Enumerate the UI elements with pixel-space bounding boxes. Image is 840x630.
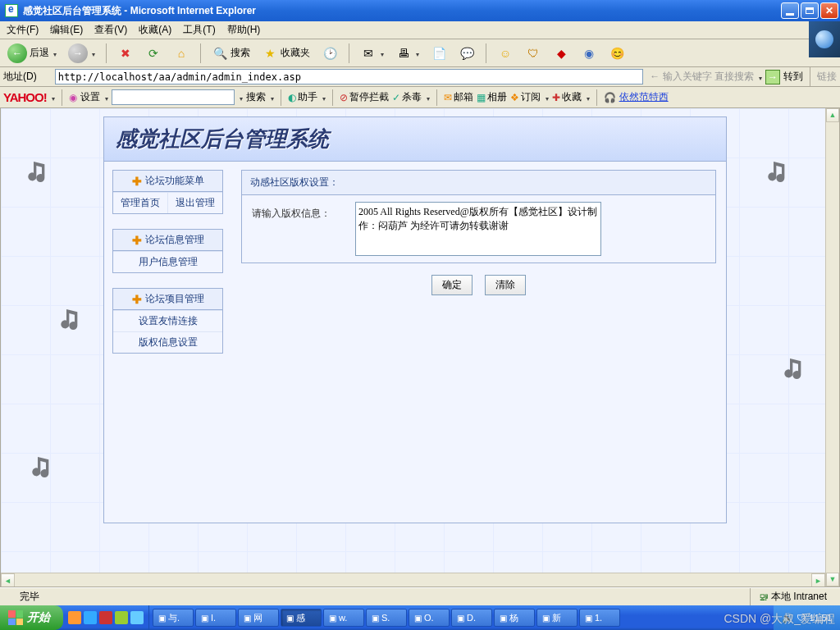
search-icon: 🔍 (212, 45, 228, 62)
yahoo-assistant[interactable]: ◐助手 (288, 90, 326, 104)
task-buttons: ▣与.▣I.▣网▣感▣w.▣S.▣O.▣D.▣杨▣新▣1. (149, 605, 774, 630)
task-button[interactable]: ▣O. (409, 609, 450, 627)
doc-icon: 📄 (431, 45, 447, 62)
links-label[interactable]: 链接 (817, 70, 837, 84)
start-button[interactable]: 开始 (0, 605, 63, 630)
yahoo-album[interactable]: ▦相册 (477, 90, 507, 104)
home-button[interactable]: ⌂ (169, 43, 194, 64)
close-button[interactable]: ✕ (820, 2, 838, 19)
ql-icon[interactable] (68, 611, 81, 624)
red-button[interactable]: ◆ (549, 43, 573, 64)
maximize-button[interactable] (801, 2, 819, 19)
mail-button[interactable]: ✉ (356, 43, 388, 64)
yahoo-rss[interactable]: ❖订阅 (510, 90, 549, 104)
ok-button[interactable]: 确定 (431, 275, 472, 295)
task-button[interactable]: ▣新 (536, 609, 578, 627)
ql-icon[interactable] (84, 611, 97, 624)
ie-throbber (809, 21, 840, 57)
yahoo-search-input[interactable] (112, 89, 235, 105)
face-icon: 😊 (609, 45, 625, 62)
task-button[interactable]: ▣D. (451, 609, 492, 627)
sidebar-item-users[interactable]: 用户信息管理 (113, 251, 222, 272)
yahoo-antivirus[interactable]: ✓杀毒 (392, 90, 430, 104)
button-row: 确定 清除 (241, 263, 716, 307)
task-button[interactable]: ▣w. (323, 609, 364, 627)
note-icon (757, 158, 790, 190)
scroll-left-icon[interactable]: ◄ (1, 573, 15, 587)
stop-button[interactable]: ✖ (113, 43, 138, 64)
forward-button[interactable]: → (64, 41, 99, 66)
search-label: 搜索 (231, 46, 250, 60)
separator (349, 43, 349, 63)
minimize-button[interactable] (781, 2, 799, 19)
menu-tools[interactable]: 工具(T) (180, 21, 218, 39)
task-button[interactable]: ▣1. (579, 609, 620, 627)
task-button[interactable]: ▣杨 (494, 609, 535, 627)
yahoo-settings[interactable]: 设置 (80, 90, 108, 104)
refresh-icon: ⟳ (145, 45, 162, 62)
refresh-button[interactable]: ⟳ (141, 43, 166, 64)
dropdown-icon[interactable] (757, 71, 762, 83)
horizontal-scrollbar[interactable]: ◄ ► (1, 573, 825, 587)
scroll-down-icon[interactable]: ▼ (826, 573, 839, 587)
face-button[interactable]: 😊 (605, 43, 629, 64)
history-button[interactable]: 🕑 (317, 43, 342, 64)
yahoo-block[interactable]: ⊘暂停拦截 (340, 90, 389, 104)
back-label: 后退 (30, 46, 49, 60)
ql-icon[interactable] (115, 611, 128, 624)
address-input[interactable] (55, 69, 644, 84)
go-button[interactable]: → (765, 70, 780, 84)
ql-icon[interactable] (99, 611, 112, 624)
admin-panel: 感觉社区后台管理系统 ✚ 论坛功能菜单 管理首页 退出管理 ✚ (103, 116, 727, 523)
sidebar-item-home[interactable]: 管理首页 (113, 192, 167, 213)
history-icon: 🕑 (322, 45, 338, 62)
menu-group-project: ✚ 论坛项目管理 设置友情连接 版权信息设置 (112, 288, 223, 354)
orb-icon: ◉ (581, 45, 597, 62)
favorites-button[interactable]: ★ 收藏夹 (258, 43, 314, 64)
star-icon: ★ (262, 45, 278, 62)
separator (810, 67, 810, 87)
sidebar-item-copyright[interactable]: 版权信息设置 (113, 331, 222, 353)
dropdown-icon[interactable] (50, 92, 55, 103)
back-button[interactable]: ← 后退 (3, 41, 61, 66)
page-icon (40, 71, 52, 83)
scroll-right-icon[interactable]: ► (811, 573, 825, 587)
yahoo-mail[interactable]: ✉邮箱 (444, 90, 473, 104)
menu-help[interactable]: 帮助(H) (224, 21, 264, 39)
yahoo-search-button[interactable]: 搜索 (246, 90, 274, 104)
task-button[interactable]: ▣S. (366, 609, 407, 627)
scroll-up-icon[interactable]: ▲ (826, 108, 839, 122)
chat-icon: 💬 (459, 45, 475, 62)
favorites-label: 收藏夹 (281, 46, 310, 60)
sidebar-item-logout[interactable]: 退出管理 (167, 192, 222, 213)
discuss-button[interactable]: 💬 (454, 43, 479, 64)
copyright-textarea[interactable] (355, 202, 601, 256)
titlebar: 感觉社区后台管理系统 - Microsoft Internet Explorer… (0, 0, 840, 21)
dropdown-icon[interactable] (238, 92, 243, 103)
task-button[interactable]: ▣网 (238, 609, 279, 627)
orb-button[interactable]: ◉ (577, 43, 601, 64)
search-button[interactable]: 🔍 搜索 (208, 43, 254, 64)
statusbar: 完毕 🖳 本地 Intranet (0, 587, 840, 605)
yahoo-link[interactable]: 依然范特西 (619, 90, 669, 104)
menu-edit[interactable]: 编辑(E) (47, 21, 86, 39)
ql-icon[interactable] (130, 611, 144, 624)
edit-button[interactable]: 📄 (427, 43, 451, 64)
yahoo-fav[interactable]: ✚收藏 (552, 90, 590, 104)
menu-view[interactable]: 查看(V) (91, 21, 130, 39)
plus-icon: ✚ (132, 235, 142, 245)
sidebar-item-links[interactable]: 设置友情连接 (113, 310, 222, 331)
task-button[interactable]: ▣感 (281, 609, 322, 627)
clear-button[interactable]: 清除 (485, 275, 526, 295)
task-button[interactable]: ▣I. (195, 609, 236, 627)
vertical-scrollbar[interactable]: ▲ ▼ (825, 108, 839, 587)
task-button[interactable]: ▣与. (153, 609, 194, 627)
page-icon (5, 591, 16, 603)
shield-button[interactable]: 🛡 (521, 43, 546, 64)
menu-file[interactable]: 文件(F) (3, 21, 42, 39)
smiley-button[interactable]: ☺ (493, 43, 518, 64)
menu-favorites[interactable]: 收藏(A) (135, 21, 175, 39)
start-label: 开始 (27, 610, 50, 625)
print-button[interactable]: 🖶 (391, 43, 423, 64)
yahoo-logo[interactable]: YAHOO! (3, 90, 47, 104)
